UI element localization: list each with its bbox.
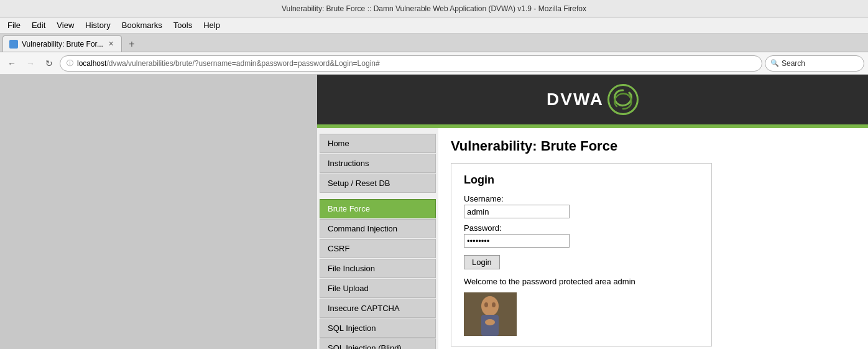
dvwa-wrapper: DVWA Home Instructions Setup / Reset DB … xyxy=(317,75,868,349)
dvwa-main: Vulnerability: Brute Force Login Usernam… xyxy=(438,128,868,349)
nav-item-home[interactable]: Home xyxy=(320,134,436,153)
menu-bar: File Edit View History Bookmarks Tools H… xyxy=(0,17,868,34)
search-icon: 🔍 xyxy=(770,59,779,67)
welcome-image xyxy=(464,292,517,336)
lock-icon: ⓘ xyxy=(67,58,73,68)
login-box-title: Login xyxy=(464,174,699,187)
browser-sidebar xyxy=(0,75,317,349)
tab-close-button[interactable]: ✕ xyxy=(107,40,115,48)
window-title: Vulnerability: Brute Force :: Damn Vulne… xyxy=(282,4,586,13)
menu-history[interactable]: History xyxy=(80,19,115,31)
dvwa-logo-circle xyxy=(607,84,639,115)
url-path: /dvwa/vulnerabilities/brute/?username=ad… xyxy=(106,59,379,68)
back-button[interactable]: ← xyxy=(4,55,20,72)
tab-bar: Vulnerability: Brute For... ✕ + xyxy=(0,34,868,52)
page-title: Vulnerability: Brute Force xyxy=(451,138,856,154)
menu-file[interactable]: File xyxy=(2,19,25,31)
menu-help[interactable]: Help xyxy=(198,19,225,31)
nav-item-instructions[interactable]: Instructions xyxy=(320,154,436,173)
dvwa-nav: Home Instructions Setup / Reset DB Brute… xyxy=(317,128,438,349)
nav-item-insecure-captcha[interactable]: Insecure CAPTCHA xyxy=(320,299,436,318)
username-input[interactable] xyxy=(464,205,570,218)
username-label: Username: xyxy=(464,194,699,203)
dvwa-logo-swirl xyxy=(611,87,635,112)
nav-item-command-injection[interactable]: Command Injection xyxy=(320,219,436,238)
login-box: Login Username: Password: Login Welcome … xyxy=(451,163,712,347)
search-bar[interactable]: 🔍 Search xyxy=(765,55,864,72)
person-image xyxy=(464,292,517,336)
password-input[interactable] xyxy=(464,234,570,248)
dvwa-body: Home Instructions Setup / Reset DB Brute… xyxy=(317,128,868,349)
nav-item-sql-injection-blind[interactable]: SQL Injection (Blind) xyxy=(320,338,436,349)
welcome-text: Welcome to the password protected area a… xyxy=(464,277,699,286)
svg-point-3 xyxy=(484,302,488,307)
menu-view[interactable]: View xyxy=(52,19,79,31)
tab-favicon xyxy=(9,40,18,49)
url-host: localhost xyxy=(77,59,106,68)
tab-label: Vulnerability: Brute For... xyxy=(22,40,103,49)
dvwa-header: DVWA xyxy=(317,75,868,124)
login-button[interactable]: Login xyxy=(464,255,500,269)
active-tab[interactable]: Vulnerability: Brute For... ✕ xyxy=(2,35,122,52)
forward-button[interactable]: → xyxy=(22,55,39,72)
location-bar[interactable]: ⓘ localhost/dvwa/vulnerabilities/brute/?… xyxy=(60,55,762,72)
nav-item-brute-force[interactable]: Brute Force xyxy=(320,199,436,218)
nav-bar: ← → ↻ ⓘ localhost/dvwa/vulnerabilities/b… xyxy=(0,52,868,75)
svg-point-1 xyxy=(481,296,499,316)
menu-tools[interactable]: Tools xyxy=(169,19,197,31)
nav-item-file-inclusion[interactable]: File Inclusion xyxy=(320,259,436,278)
nav-item-file-upload[interactable]: File Upload xyxy=(320,279,436,298)
browser-content: DVWA Home Instructions Setup / Reset DB … xyxy=(0,75,868,349)
dvwa-logo: DVWA xyxy=(547,84,639,115)
nav-item-csrf[interactable]: CSRF xyxy=(320,239,436,258)
title-bar: Vulnerability: Brute Force :: Damn Vulne… xyxy=(0,0,868,17)
svg-point-5 xyxy=(485,319,495,325)
dvwa-logo-text: DVWA xyxy=(547,90,604,109)
url-display: localhost/dvwa/vulnerabilities/brute/?us… xyxy=(77,59,755,68)
password-label: Password: xyxy=(464,223,699,233)
menu-edit[interactable]: Edit xyxy=(27,19,50,31)
refresh-button[interactable]: ↻ xyxy=(41,55,57,72)
new-tab-button[interactable]: + xyxy=(124,37,139,52)
nav-item-setup[interactable]: Setup / Reset DB xyxy=(320,174,436,193)
nav-item-sql-injection[interactable]: SQL Injection xyxy=(320,319,436,338)
menu-bookmarks[interactable]: Bookmarks xyxy=(117,19,167,31)
svg-point-4 xyxy=(492,302,496,307)
search-text: Search xyxy=(782,59,805,68)
